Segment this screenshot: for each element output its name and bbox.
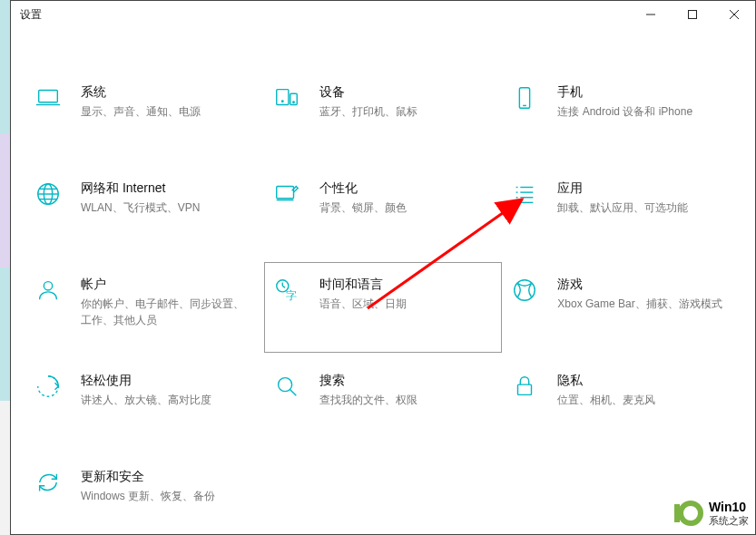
- tile-sub: Xbox Game Bar、捕获、游戏模式: [557, 296, 731, 312]
- svg-point-33: [278, 378, 291, 392]
- privacy-icon: [508, 370, 541, 403]
- close-icon: [730, 10, 739, 19]
- tile-sub: 显示、声音、通知、电源: [81, 103, 254, 120]
- search-icon: [270, 370, 303, 403]
- tile-sub: 蓝牙、打印机、鼠标: [319, 103, 493, 120]
- svg-rect-17: [276, 187, 293, 199]
- tile-accounts[interactable]: 帐户 你的帐户、电子邮件、同步设置、工作、其他人员: [25, 262, 264, 353]
- watermark-title: Win10: [709, 500, 749, 515]
- tile-title: 时间和语言: [319, 276, 493, 294]
- watermark-logo-icon: [669, 495, 705, 531]
- tile-network[interactable]: 网络和 Internet WLAN、飞行模式、VPN: [25, 166, 264, 257]
- settings-grid: 系统 显示、声音、通知、电源 设备 蓝牙、打印机、鼠标 手机 连接 Androi…: [11, 28, 755, 535]
- svg-line-30: [282, 286, 285, 287]
- globe-icon: [32, 178, 64, 210]
- laptop-icon: [32, 82, 64, 114]
- tile-sub: 讲述人、放大镜、高对比度: [81, 392, 254, 408]
- tile-sub: 位置、相机、麦克风: [557, 392, 731, 408]
- tile-devices[interactable]: 设备 蓝牙、打印机、鼠标: [264, 70, 503, 160]
- tile-title: 轻松使用: [81, 372, 254, 390]
- minimize-button[interactable]: [630, 1, 672, 28]
- tile-title: 设备: [319, 83, 493, 102]
- svg-text:字: 字: [286, 289, 297, 302]
- svg-rect-4: [39, 91, 58, 102]
- window-title: 设置: [20, 7, 42, 23]
- svg-rect-1: [689, 11, 697, 19]
- ease-icon: [32, 370, 64, 403]
- gaming-icon: [508, 274, 541, 306]
- apps-icon: [508, 178, 541, 210]
- tile-search[interactable]: 搜索 查找我的文件、权限: [264, 358, 503, 449]
- devices-icon: [270, 82, 303, 114]
- phone-icon: [508, 82, 541, 114]
- background-sliver: [0, 0, 10, 535]
- svg-rect-35: [518, 384, 532, 394]
- tile-title: 个性化: [319, 180, 493, 198]
- watermark: Win10 系统之家: [669, 495, 749, 531]
- tile-title: 隐私: [557, 372, 731, 390]
- tile-gaming[interactable]: 游戏 Xbox Game Bar、捕获、游戏模式: [502, 262, 741, 353]
- tile-title: 更新和安全: [81, 468, 254, 486]
- svg-point-27: [44, 282, 52, 290]
- tile-sub: 你的帐户、电子邮件、同步设置、工作、其他人员: [81, 296, 254, 328]
- tile-personalization[interactable]: 个性化 背景、锁屏、颜色: [264, 166, 503, 257]
- time-language-icon: 字: [270, 274, 303, 306]
- tile-title: 搜索: [319, 372, 493, 390]
- tile-time-language[interactable]: 字 时间和语言 语音、区域、日期: [264, 262, 503, 353]
- maximize-icon: [688, 10, 697, 19]
- tile-title: 游戏: [557, 276, 731, 294]
- tile-ease-of-access[interactable]: 轻松使用 讲述人、放大镜、高对比度: [25, 358, 264, 449]
- watermark-sub: 系统之家: [709, 515, 749, 527]
- svg-point-8: [281, 101, 283, 102]
- tile-title: 应用: [557, 180, 731, 198]
- tile-phone[interactable]: 手机 连接 Android 设备和 iPhone: [502, 70, 741, 160]
- tile-sub: 卸载、默认应用、可选功能: [557, 199, 731, 216]
- tile-sub: 查找我的文件、权限: [319, 392, 493, 408]
- minimize-icon: [646, 10, 655, 19]
- tile-sub: 连接 Android 设备和 iPhone: [557, 103, 731, 120]
- tile-title: 系统: [81, 83, 254, 102]
- tile-title: 手机: [557, 83, 731, 102]
- tile-privacy[interactable]: 隐私 位置、相机、麦克风: [502, 358, 741, 449]
- tile-sub: 背景、锁屏、颜色: [319, 199, 493, 216]
- window-controls: [630, 1, 755, 28]
- tile-system[interactable]: 系统 显示、声音、通知、电源: [25, 70, 264, 160]
- brush-icon: [270, 178, 303, 210]
- svg-point-32: [515, 280, 535, 301]
- tile-update-security[interactable]: 更新和安全 Windows 更新、恢复、备份: [25, 454, 264, 535]
- person-icon: [32, 274, 64, 306]
- tile-title: 帐户: [81, 276, 254, 294]
- svg-point-38: [681, 503, 701, 523]
- settings-window: 设置 系统 显示、声音、通知、电源: [10, 0, 756, 535]
- update-icon: [32, 466, 64, 499]
- maximize-button[interactable]: [672, 1, 713, 28]
- svg-point-9: [292, 102, 294, 103]
- tile-sub: Windows 更新、恢复、备份: [81, 488, 254, 504]
- close-button[interactable]: [713, 1, 755, 28]
- tile-sub: WLAN、飞行模式、VPN: [81, 199, 254, 216]
- tile-apps[interactable]: 应用 卸载、默认应用、可选功能: [502, 166, 741, 257]
- titlebar: 设置: [11, 1, 755, 28]
- tile-sub: 语音、区域、日期: [319, 296, 493, 312]
- tile-title: 网络和 Internet: [81, 180, 254, 198]
- svg-line-34: [290, 390, 296, 396]
